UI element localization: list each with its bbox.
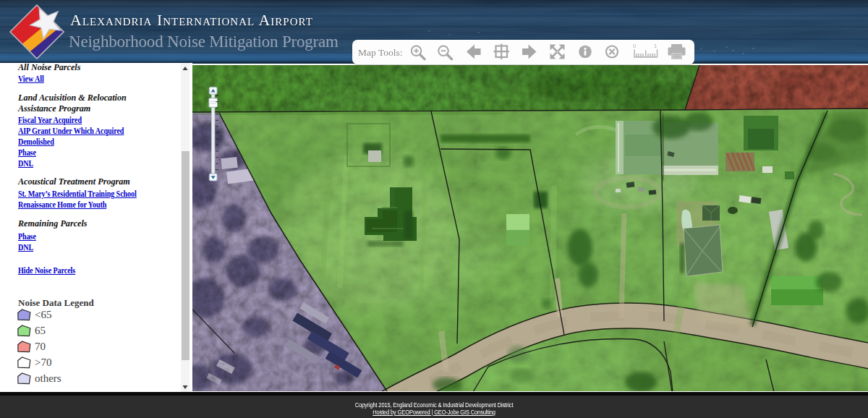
svg-text:1: 1 <box>654 43 657 49</box>
svg-text:0: 0 <box>633 43 636 49</box>
